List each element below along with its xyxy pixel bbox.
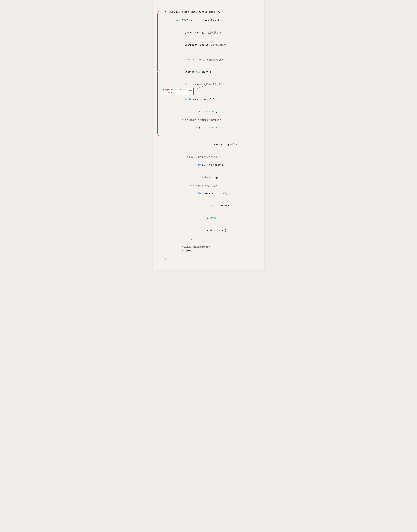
line8-text: int sz = q.size(); [182,106,219,118]
code-line-19: visited.add(x); [165,224,255,237]
line25-text: } [165,257,166,261]
line20-text: } [191,237,192,241]
code-line-2: Queue<Node> q; // 核心数据结构 [165,27,255,39]
line4-text: q.offer(start); // 将起点加入队列 [173,54,224,66]
code-line-comment1: // 计算从起点 start 到终点 target 的最短距离 [165,10,255,14]
code-line-8: int sz = q.size(); [165,106,255,118]
keyword-int-4: int [200,127,205,129]
code-line-17: if (x not in visited) { [165,200,255,212]
keyword-int-3: int [193,110,198,113]
code-line-24: } [165,253,255,257]
code-line-9: /* 将当前队列中的所有节点向四周扩散 */ [165,118,255,122]
code-block: // 计算从起点 start 到终点 target 的最短距离 int BFS(… [165,10,255,261]
keyword-if2: if [202,205,205,207]
line12-text: /* 划重点：这里判断是否到达终点 */ [187,155,221,159]
code-line-18: q.offer(x); [165,212,255,224]
keyword-int: int [176,19,180,22]
line24-text: } [173,253,175,257]
code-line-10: for (int i = 0; i < sz; i++) { [165,122,255,134]
line17-text: if (x not in visited) { [191,200,235,212]
line9-text: /* 将当前队列中的所有节点向四周扩散 */ [182,118,221,122]
keyword-int-2: int [185,83,189,86]
line19-text: visited.add(x); [195,224,255,237]
code-line-14: return step; [165,171,255,184]
left-brace-decoration [157,10,160,137]
code-line-16: for (Node x : cur.adj()) [165,187,255,200]
line2-text: Queue<Node> q; // 核心数据结构 [173,27,221,39]
code-line-7: while (q not empty) { [165,93,255,106]
line18-text: q.offer(x); [195,212,255,224]
code-line-5: visited.add(start); [165,66,255,78]
code-line-21: } [165,241,255,245]
code-line-20: } [165,237,255,241]
code-line-3: Set<Node> visited; // 避免走回头路 [165,39,255,51]
blank1 [165,51,255,54]
line13-text: if (cur is target) [187,159,223,171]
code-line-11: Node cur = q.poll(); [165,134,255,155]
keyword-for2: for [198,192,202,195]
line15-text: /* 将 cur 的相邻节点加入队列 */ [187,184,217,187]
top-divider [165,6,255,6]
line10-text: for (int i = 0; i < sz; i++) { [182,122,236,134]
line7-text: while (q not empty) { [173,93,214,106]
code-line-13: if (cur is target) [165,159,255,171]
line21-text: } [182,241,184,245]
line14-text: return step; [191,171,219,184]
keyword-for: for [193,127,198,129]
code-line-25: } [165,257,255,261]
annotation-box: 相当于：Node cur=q.front(); q.pop(); [162,88,194,95]
keyword-while: while [185,98,192,101]
code-line-15: /* 将 cur 的相邻节点加入队列 */ [165,184,255,187]
highlight-box: Node cur = q.poll(); [197,138,241,151]
keyword-return: return [202,176,211,179]
line22-text: /* 划重点：在这里更新步数 */ [182,245,210,249]
annotation-line1: 相当于：Node cur=q.front(); [163,89,192,91]
line5-text: visited.add(start); [173,66,211,78]
code-line-4: q.offer(start); // 将起点加入队列 [165,54,255,66]
page: // 计算从起点 start 到终点 target 的最短距离 int BFS(… [153,0,264,270]
line1-text: int BFS(Node start, Node target) { [165,14,224,27]
line16-text: for (Node x : cur.adj()) [187,187,231,200]
code-line-23: step++; [165,249,255,253]
code-line-1: int BFS(Node start, Node target) { [165,14,255,27]
line3-text: Set<Node> visited; // 避免走回头路 [173,39,226,51]
annotation-line2: q.pop(); [163,92,175,94]
line23-text: step++; [182,249,192,253]
line11-text: Node cur = q.poll(); [187,134,241,155]
code-line-12: /* 划重点：这里判断是否到达终点 */ [165,155,255,159]
comment1-text: // 计算从起点 start 到终点 target 的最短距离 [165,10,220,14]
keyword-if: if [198,164,200,167]
code-line-22: /* 划重点：在这里更新步数 */ [165,245,255,249]
